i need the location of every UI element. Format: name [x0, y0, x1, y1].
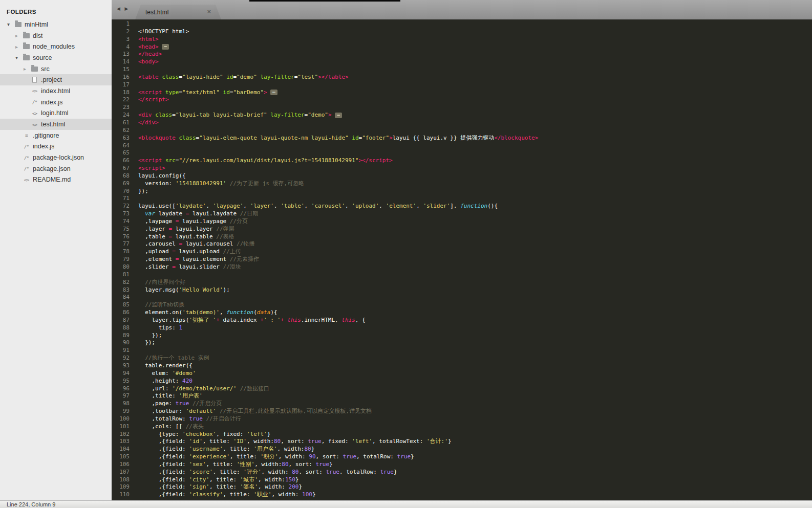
folder-icon	[22, 44, 31, 49]
code-line[interactable]: 63<blockquote class="layui-elem-quote la…	[112, 135, 812, 142]
code-line[interactable]: 73 var laydate = layui.laydate //日期	[112, 210, 812, 218]
code-line[interactable]: 83 layer.msg('Hello World');	[112, 286, 812, 294]
code-line[interactable]: 74 ,laypage = layui.laypage //分页	[112, 218, 812, 226]
code-file-icon: <>	[22, 177, 31, 183]
code-line[interactable]: 76 ,table = layui.table //表格	[112, 233, 812, 241]
tab-test-html[interactable]: test.html ×	[135, 5, 221, 19]
fold-marker[interactable]: ⋯	[270, 90, 277, 95]
code-line[interactable]: 80 ,slider = layui.slider //滑块	[112, 263, 812, 271]
code-line[interactable]: 65	[112, 149, 812, 157]
code-line[interactable]: 97 ,title: '用户表'	[112, 392, 812, 400]
code-line[interactable]: 81	[112, 271, 812, 279]
file-item-package.json[interactable]: /*package.json	[0, 163, 112, 174]
file-item-index.html[interactable]: <>index.html	[0, 85, 112, 97]
code-line[interactable]: 2<!DOCTYPE html>	[112, 28, 812, 36]
code-line[interactable]: 105 ,{field: 'experience', title: '积分', …	[112, 453, 812, 461]
file-item-test.html[interactable]: <>test.html	[0, 119, 112, 130]
file-item-index.js[interactable]: /*index.js	[0, 141, 112, 152]
tab-close-icon[interactable]: ×	[207, 8, 211, 15]
code-text: ,url: '/demo/table/user/' //数据接口	[130, 385, 269, 393]
expand-arrow-icon[interactable]: ▸	[15, 33, 22, 38]
nav-forward-button[interactable]: ▶	[124, 6, 128, 11]
code-line[interactable]: 100 ,totalRow: true //开启合计行	[112, 415, 812, 423]
code-line[interactable]: 88 tips: 1	[112, 324, 812, 332]
code-line[interactable]: 71	[112, 195, 812, 203]
code-line[interactable]: 14<body>	[112, 58, 812, 66]
folder-item-src[interactable]: ▸src	[0, 63, 112, 75]
code-text: ,element = layui.element //元素操作	[130, 256, 259, 263]
file-item-package-lock.json[interactable]: /*package-lock.json	[0, 152, 112, 163]
document-file-icon	[30, 77, 39, 83]
code-line[interactable]: 86 element.on('tab(demo)', function(data…	[112, 309, 812, 317]
code-line[interactable]: 61</div>	[112, 119, 812, 127]
collapse-arrow-icon[interactable]: ▾	[15, 55, 22, 60]
file-item-.gitignore[interactable]: ≡.gitignore	[0, 130, 112, 141]
code-line[interactable]: 69 version: '1541881042991' //为了更新 js 缓存…	[112, 180, 812, 188]
fold-marker[interactable]: ⋯	[335, 113, 341, 118]
code-line[interactable]: 89 });	[112, 332, 812, 340]
file-item-.project[interactable]: .project	[0, 74, 112, 85]
code-line[interactable]: 104 ,{field: 'username', title: '用户名', w…	[112, 446, 812, 453]
code-line[interactable]: 95 ,height: 420	[112, 378, 812, 385]
code-line[interactable]: 96 ,url: '/demo/table/user/' //数据接口	[112, 385, 812, 393]
nav-back-button[interactable]: ◀	[117, 6, 120, 11]
code-line[interactable]: 94 elem: '#demo'	[112, 370, 812, 378]
file-item-login.html[interactable]: <>login.html	[0, 108, 112, 119]
code-line[interactable]: 92 //执行一个 table 实例	[112, 355, 812, 362]
code-line[interactable]: 93 table.render({	[112, 362, 812, 370]
expand-arrow-icon[interactable]: ▸	[15, 44, 22, 50]
code-line[interactable]: 108 ,{field: 'city', title: '城市', width:…	[112, 476, 812, 484]
folder-item-minHtml[interactable]: ▾minHtml	[0, 19, 112, 30]
code-line[interactable]: 3<html>	[112, 36, 812, 43]
code-line[interactable]: 16<table class="layui-hide" id="demo" la…	[112, 74, 812, 81]
code-line[interactable]: 77 ,carousel = layui.carousel //轮播	[112, 240, 812, 248]
code-line[interactable]: 1	[112, 20, 812, 28]
file-item-README.md[interactable]: <>README.md	[0, 174, 112, 186]
file-item-index.js[interactable]: /*index.js	[0, 97, 112, 108]
code-line[interactable]: 13</head>	[112, 51, 812, 58]
code-area[interactable]: 12<!DOCTYPE html>3<html>4<head> ⋯13</hea…	[112, 19, 812, 508]
code-line[interactable]: 64	[112, 142, 812, 150]
code-line[interactable]: 67<script>	[112, 165, 812, 172]
code-line[interactable]: 87 layer.tips('切换了 '+ data.index +' : '+…	[112, 317, 812, 324]
code-line[interactable]: 82 //向世界问个好	[112, 279, 812, 286]
code-line[interactable]: 78 ,upload = layui.upload //上传	[112, 248, 812, 256]
code-line[interactable]: 99 ,toolbar: 'default' //开启工具栏,此处显示默认图标,…	[112, 408, 812, 415]
code-line[interactable]: 72layui.use(['laydate', 'laypage', 'laye…	[112, 203, 812, 210]
code-line[interactable]: 91	[112, 347, 812, 355]
code-line[interactable]: 103 ,{field: 'id', title: 'ID', width:80…	[112, 438, 812, 446]
code-line[interactable]: 18<script type="text/html" id="barDemo">…	[112, 89, 812, 97]
code-line[interactable]: 101 ,cols: [[ //表头	[112, 423, 812, 431]
code-line[interactable]: 17	[112, 81, 812, 89]
code-line[interactable]: 70});	[112, 188, 812, 195]
code-line[interactable]: 110 ,{field: 'classify', title: '职业', wi…	[112, 491, 812, 499]
code-line[interactable]: 106 ,{field: 'sex', title: '性别', width:8…	[112, 461, 812, 469]
code-line[interactable]: 68layui.config({	[112, 172, 812, 180]
code-line[interactable]: 23	[112, 104, 812, 112]
line-number: 97	[112, 392, 130, 400]
code-line[interactable]: 62	[112, 127, 812, 135]
expand-arrow-icon[interactable]: ▸	[24, 66, 30, 72]
code-line[interactable]: 85 //监听Tab切换	[112, 301, 812, 309]
code-line[interactable]: 75 ,layer = layui.layer //弹层	[112, 226, 812, 233]
code-line[interactable]: 107 ,{field: 'score', title: '评分', width…	[112, 469, 812, 476]
code-line[interactable]: 90 });	[112, 339, 812, 347]
folder-item-source[interactable]: ▾source	[0, 52, 112, 63]
code-line[interactable]: 102 {type: 'checkbox', fixed: 'left'}	[112, 431, 812, 438]
code-line[interactable]: 22</script>	[112, 96, 812, 104]
folder-item-dist[interactable]: ▸dist	[0, 30, 112, 41]
folder-item-node_modules[interactable]: ▸node_modules	[0, 41, 112, 52]
code-line[interactable]: 84	[112, 294, 812, 301]
line-number: 99	[112, 408, 130, 415]
code-line[interactable]: 79 ,element = layui.element //元素操作	[112, 256, 812, 263]
code-line[interactable]: 15	[112, 66, 812, 74]
code-text	[130, 104, 138, 112]
fold-marker[interactable]: ⋯	[162, 44, 168, 50]
code-line[interactable]: 109 ,{field: 'sign', title: '签名', width:…	[112, 483, 812, 491]
code-line[interactable]: 66<script src="//res.layui.com/layui/dis…	[112, 157, 812, 165]
code-text: layui.use(['laydate', 'laypage', 'layer'…	[130, 203, 498, 210]
code-line[interactable]: 24<div class="layui-tab layui-tab-brief"…	[112, 112, 812, 119]
code-line[interactable]: 4<head> ⋯	[112, 43, 812, 51]
code-line[interactable]: 98 ,page: true //开启分页	[112, 400, 812, 408]
collapse-arrow-icon[interactable]: ▾	[7, 21, 14, 27]
